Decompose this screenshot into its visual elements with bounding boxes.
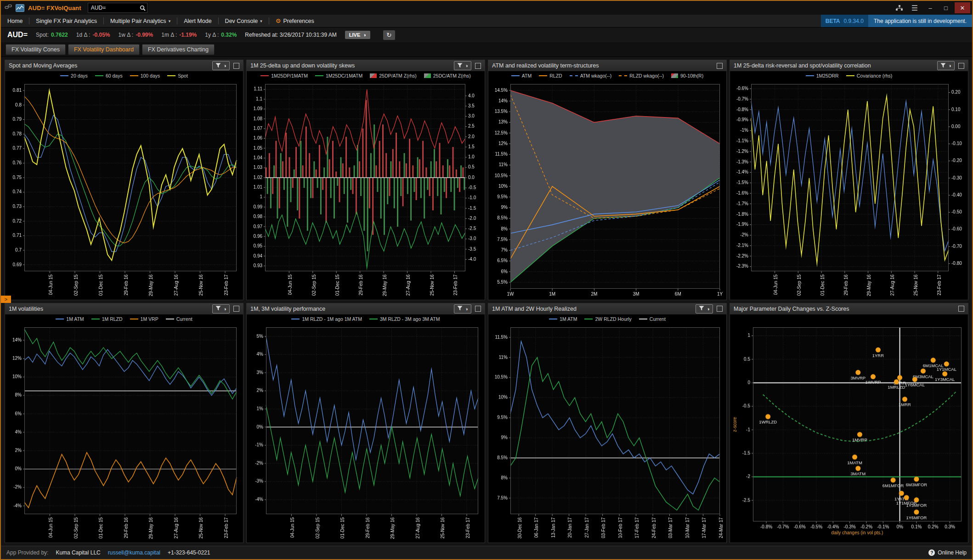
menu-icon[interactable]: ☰: [908, 2, 922, 13]
chart-legend: ATMRLZDATM wkago(--)RLZD wkago(--)90-10t…: [488, 71, 726, 80]
legend-label: 1M25DC/1MATM: [326, 73, 362, 78]
chart-canvas-atm-realized-term-structures[interactable]: [488, 80, 726, 300]
refreshed-timestamp: Refreshed at: 3/26/2017 10:31:39 AM: [245, 32, 336, 38]
legend-line-icon: [60, 75, 68, 76]
popout-checkbox[interactable]: [717, 63, 723, 69]
filter-controls[interactable]: ◑: [454, 61, 471, 70]
contrast-toggle-icon: ◑: [223, 63, 226, 68]
panel-body: ATMRLZDATM wkago(--)RLZD wkago(--)90-10t…: [488, 71, 726, 300]
delta-1d: 1d Δ :-0.05%: [76, 32, 110, 38]
expand-panel-button[interactable]: >: [1, 296, 11, 303]
delta-1w: 1w Δ :-0.99%: [118, 32, 153, 38]
popout-checkbox[interactable]: [958, 306, 964, 312]
panel-body: 1M ATM2W RLZD HourlyCurrent: [488, 314, 726, 543]
live-toggle-icon: ◑: [363, 32, 366, 38]
legend-label: 2W RLZD Hourly: [595, 316, 631, 322]
legend-label: Current: [176, 316, 192, 322]
chart-canvas-1m-3m-volatility-performance[interactable]: [247, 324, 485, 543]
chart-canvas-1m-volatilities[interactable]: [5, 324, 243, 543]
search-box[interactable]: [88, 3, 147, 13]
menu-item-single-fx-pair-analytics[interactable]: Single FX Pair Analytics: [29, 15, 103, 27]
menu-item-preferences[interactable]: ⚙Preferences: [269, 15, 321, 27]
delta-value: 0.32%: [221, 32, 237, 38]
legend-label: RLZD wkago(--): [629, 73, 664, 78]
chart-canvas-major-parameter-daily-changes-z-scores[interactable]: [730, 324, 968, 543]
chart-canvas-spot-and-moving-averages[interactable]: [5, 80, 243, 300]
chart-legend: 1M RLZD - 1M ago 1M ATM3M RLZD - 3M ago …: [247, 314, 485, 324]
filter-controls[interactable]: ◑: [212, 304, 230, 314]
maximize-button[interactable]: □: [939, 2, 953, 13]
legend-line-icon: [806, 75, 814, 76]
minimize-button[interactable]: –: [923, 2, 937, 13]
legend-label: 1M RLZD: [102, 316, 123, 322]
menu-item-home[interactable]: Home: [1, 15, 29, 27]
chart-canvas-1m-25-delta-volatility-skews[interactable]: [247, 80, 485, 300]
filter-icon: [457, 63, 463, 69]
close-button[interactable]: ✕: [955, 2, 970, 13]
popout-checkbox[interactable]: [233, 63, 239, 69]
contrast-toggle-icon: ◑: [465, 306, 468, 312]
filter-controls[interactable]: ◑: [212, 61, 230, 70]
legend-line-icon: [315, 75, 323, 76]
panel-1m-3m-volatility-performance: 1M, 3M volatility performance◑1M RLZD - …: [246, 303, 485, 543]
legend-line-icon: [846, 75, 854, 76]
legend-label: 90-10th(R): [680, 73, 703, 78]
chart-canvas-1m-atm-2w-hourly-realized[interactable]: [488, 324, 726, 543]
panel-title: Major Parameter Daily Changes vs. Z-Scor…: [734, 306, 955, 312]
menu-item-dev-console[interactable]: Dev Console▾: [219, 15, 269, 27]
online-help[interactable]: ? Online Help: [928, 549, 967, 556]
panel-spot-and-moving-averages: Spot and Moving Averages◑20 days60 days1…: [5, 60, 243, 300]
popout-checkbox[interactable]: [233, 306, 239, 312]
refresh-button[interactable]: ↻: [383, 30, 395, 40]
panel-major-parameter-daily-changes-z-scores: Major Parameter Daily Changes vs. Z-Scor…: [730, 303, 968, 543]
menu-item-alert-mode[interactable]: Alert Mode: [177, 15, 218, 27]
filter-icon: [940, 63, 946, 69]
status-bar: App Provided by: Kuma Capital LLC russel…: [1, 546, 972, 559]
layout-icon[interactable]: [892, 2, 906, 13]
title-bar-right: ☰ – □ ✕: [892, 2, 972, 13]
legend-line-icon: [639, 319, 647, 319]
tab-fx-volatility-dashboard[interactable]: FX Volatility Dashboard: [68, 44, 140, 55]
popout-checkbox[interactable]: [475, 63, 481, 69]
live-toggle-button[interactable]: LIVE ◑: [345, 31, 370, 39]
panel-title: 1M 25-delta risk-reversal and spot/volat…: [734, 62, 933, 69]
popout-checkbox[interactable]: [475, 306, 481, 312]
legend-line-icon: [549, 319, 557, 319]
delta-value: -1.19%: [179, 32, 197, 38]
info-bar: AUD= Spot: 0.7622 1d Δ :-0.05%1w Δ :-0.9…: [1, 28, 972, 42]
filter-controls[interactable]: ◑: [937, 61, 955, 70]
filter-controls[interactable]: ◑: [454, 304, 471, 314]
legend-item-1m-rlzd-1m-ago-1m-atm: 1M RLZD - 1M ago 1M ATM: [291, 316, 362, 322]
email-link[interactable]: russell@kuma.capital: [108, 549, 160, 556]
panel-header: Spot and Moving Averages◑: [5, 60, 243, 71]
tab-fx-derivatives-charting[interactable]: FX Derivatives Charting: [142, 44, 215, 55]
chart-legend: 1M ATM1M RLZD1M VRPCurrent: [5, 314, 243, 324]
chevron-down-icon: ▾: [260, 19, 262, 23]
menu-item-multiple-pair-analytics[interactable]: Multiple Pair Analytics▾: [104, 15, 177, 27]
panel-1m-25-delta-volatility-skews: 1M 25-delta up and down volatility skews…: [246, 60, 485, 300]
search-icon[interactable]: [140, 5, 148, 11]
popout-checkbox[interactable]: [717, 306, 723, 312]
legend-label: 100 days: [141, 73, 160, 78]
legend-item-1m25drr: 1M25DRR: [806, 73, 839, 78]
panel-header: Major Parameter Daily Changes vs. Z-Scor…: [730, 303, 968, 314]
legend-item-spot: Spot: [167, 73, 188, 78]
chart-legend: 20 days60 days100 daysSpot: [5, 71, 243, 80]
title-bar-left: AUD= FXVolQuant: [1, 3, 892, 13]
help-icon: ?: [928, 549, 935, 556]
link-icon[interactable]: [5, 4, 12, 12]
panel-title: 1M 25-delta up and down volatility skews: [250, 62, 450, 69]
filter-controls[interactable]: ◑: [696, 304, 713, 314]
menu-item-label: Single FX Pair Analytics: [36, 18, 97, 24]
chart-legend: 1M25DP/1MATM1M25DC/1MATM25DP/ATM Z(rhs)2…: [247, 71, 485, 80]
tab-fx-volatility-cones[interactable]: FX Volatility Cones: [6, 44, 66, 55]
panel-title: ATM and realized volatility term-structu…: [492, 62, 713, 69]
panel-header: 1M 25-delta up and down volatility skews…: [247, 60, 485, 71]
search-input[interactable]: [88, 5, 140, 11]
menu-items: HomeSingle FX Pair AnalyticsMultiple Pai…: [1, 15, 821, 27]
popout-checkbox[interactable]: [958, 63, 964, 69]
chart-canvas-1m-25-delta-risk-reversal-correlation[interactable]: [730, 80, 968, 300]
legend-label: RLZD: [549, 73, 562, 78]
menu-item-label: Multiple Pair Analytics: [110, 18, 166, 24]
legend-label: 3M RLZD - 3M ago 3M ATM: [380, 316, 440, 322]
